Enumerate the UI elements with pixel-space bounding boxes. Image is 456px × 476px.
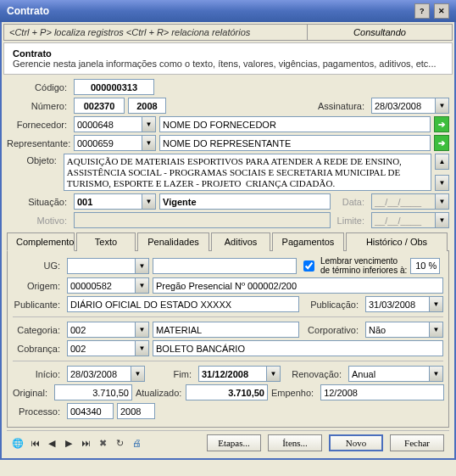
chevron-down-icon[interactable]: ▼ [142, 135, 156, 151]
label-renovacao: Renovação: [284, 369, 345, 379]
chevron-down-icon: ▼ [435, 212, 449, 228]
nav-next-icon[interactable]: ▶ [63, 437, 75, 449]
fornecedor-cod-input[interactable] [74, 116, 142, 132]
fornecedor-goto-button[interactable]: ➔ [434, 116, 449, 132]
renovacao-input[interactable] [348, 366, 429, 382]
novo-button[interactable]: Novo [329, 434, 383, 451]
tab-pagamentos[interactable]: Pagamentos [272, 232, 344, 251]
representante-nome: NOME DO REPRESENTANTE [159, 135, 431, 151]
label-situacao: Situação: [7, 197, 70, 207]
ug-text [153, 258, 297, 274]
processo-num-input[interactable] [67, 403, 114, 419]
hint-bar: <Ctrl + P> localiza registros <Ctrl + R>… [3, 24, 453, 41]
cobranca-cod-input[interactable] [67, 340, 135, 356]
processo-ano-input[interactable] [117, 403, 155, 419]
refresh-icon[interactable]: ↻ [114, 437, 125, 449]
empenho-input[interactable] [320, 384, 444, 400]
chevron-down-icon[interactable]: ▼ [135, 322, 149, 338]
data-input [371, 193, 435, 210]
lembrar-pct-input[interactable] [410, 258, 440, 274]
nav-first-icon[interactable]: ⏮ [29, 437, 41, 449]
scroll-up-icon[interactable]: ▲ [435, 154, 449, 170]
origem-cod-input[interactable] [67, 277, 135, 294]
bottom-toolbar: 🌐 ⏮ ◀ ▶ ⏭ ✖ ↻ 🖨 Etapas... Ítens... Novo … [7, 430, 449, 455]
label-inicio: Início: [13, 369, 64, 379]
title-bar: Contrato ? ✕ [0, 0, 456, 22]
fechar-button[interactable]: Fechar [390, 434, 444, 451]
chevron-down-icon[interactable]: ▼ [429, 296, 443, 312]
origem-combo[interactable]: ▼ [67, 277, 149, 294]
numero-ano-field[interactable] [128, 98, 166, 114]
fornecedor-combo[interactable]: ▼ [74, 116, 156, 132]
original-input[interactable] [54, 384, 132, 400]
assinatura-date[interactable]: ▼ [371, 98, 449, 114]
label-categoria: Categoria: [13, 325, 64, 335]
etapas-button[interactable]: Etapas... [207, 434, 261, 451]
situacao-combo[interactable]: ▼ [74, 193, 156, 210]
representante-goto-button[interactable]: ➔ [434, 135, 449, 151]
tab-bar: Complemento Texto Penalidades Aditivos P… [7, 232, 449, 251]
situacao-cod-input[interactable] [74, 193, 142, 210]
tab-texto[interactable]: Texto [76, 232, 136, 251]
cancel-edit-icon[interactable]: ✖ [97, 437, 108, 449]
window-controls: ? ✕ [413, 3, 449, 19]
arrow-right-icon: ➔ [438, 120, 445, 129]
chevron-down-icon[interactable]: ▼ [135, 277, 149, 294]
publicante-input[interactable] [67, 296, 299, 312]
categoria-combo[interactable]: ▼ [67, 322, 149, 338]
categoria-cod-input[interactable] [67, 322, 135, 338]
objeto-textarea[interactable]: AQUISIÇÃO DE MATERIAIS ESPORTIVOS PARA A… [64, 154, 431, 191]
label-cobranca: Cobrança: [13, 344, 64, 354]
ug-input[interactable] [67, 258, 135, 274]
codigo-field[interactable] [74, 79, 154, 95]
chevron-down-icon[interactable]: ▼ [435, 98, 449, 114]
chevron-down-icon: ▼ [435, 193, 449, 210]
motivo-input [74, 212, 331, 228]
scroll-down-icon[interactable]: ▼ [435, 175, 449, 191]
numero-field[interactable] [74, 98, 125, 114]
ug-combo[interactable]: ▼ [67, 258, 149, 274]
chevron-down-icon[interactable]: ▼ [135, 258, 149, 274]
corporativo-combo[interactable]: ▼ [365, 322, 443, 338]
chevron-down-icon[interactable]: ▼ [266, 366, 281, 382]
itens-button[interactable]: Ítens... [268, 434, 322, 451]
chevron-down-icon[interactable]: ▼ [429, 366, 443, 382]
cobranca-text: BOLETO BANCÁRIO [153, 340, 443, 356]
chevron-down-icon[interactable]: ▼ [142, 116, 156, 132]
publicacao-input[interactable] [365, 296, 429, 312]
representante-cod-input[interactable] [74, 135, 142, 151]
print-icon[interactable]: 🖨 [131, 437, 142, 449]
tab-aditivos[interactable]: Aditivos [211, 232, 270, 251]
tab-complemento[interactable]: Complemento [7, 232, 75, 251]
nav-last-icon[interactable]: ⏭ [80, 437, 92, 449]
corporativo-input[interactable] [365, 322, 429, 338]
arrow-right-icon: ➔ [438, 138, 445, 148]
fim-input[interactable] [198, 366, 266, 382]
label-motivo: Motivo: [7, 216, 70, 226]
label-empenho: Empenho: [271, 388, 317, 398]
cobranca-combo[interactable]: ▼ [67, 340, 149, 356]
globe-icon[interactable]: 🌐 [12, 437, 24, 449]
tab-penalidades[interactable]: Penalidades [137, 232, 209, 251]
inicio-input[interactable] [67, 366, 131, 382]
data-date: ▼ [371, 193, 449, 210]
representante-combo[interactable]: ▼ [74, 135, 156, 151]
atualizado-input[interactable] [186, 384, 268, 400]
lembrar-checkbox[interactable] [303, 260, 314, 272]
publicacao-date[interactable]: ▼ [365, 296, 443, 312]
situacao-text: Vigente [159, 193, 331, 210]
tab-historico[interactable]: Histórico / Obs [346, 232, 448, 251]
close-window-button[interactable]: ✕ [434, 3, 449, 19]
help-button[interactable]: ? [414, 3, 430, 19]
fim-date[interactable]: ▼ [198, 366, 281, 382]
inicio-date[interactable]: ▼ [67, 366, 145, 382]
origem-text: Pregão Presencial Nº 000002/200 [153, 277, 443, 294]
chevron-down-icon[interactable]: ▼ [142, 193, 156, 210]
chevron-down-icon[interactable]: ▼ [131, 366, 145, 382]
assinatura-input[interactable] [371, 98, 435, 114]
chevron-down-icon[interactable]: ▼ [429, 322, 443, 338]
nav-prev-icon[interactable]: ◀ [46, 437, 58, 449]
chevron-down-icon[interactable]: ▼ [135, 340, 149, 356]
limite-date: ▼ [371, 212, 449, 228]
renovacao-combo[interactable]: ▼ [348, 366, 443, 382]
